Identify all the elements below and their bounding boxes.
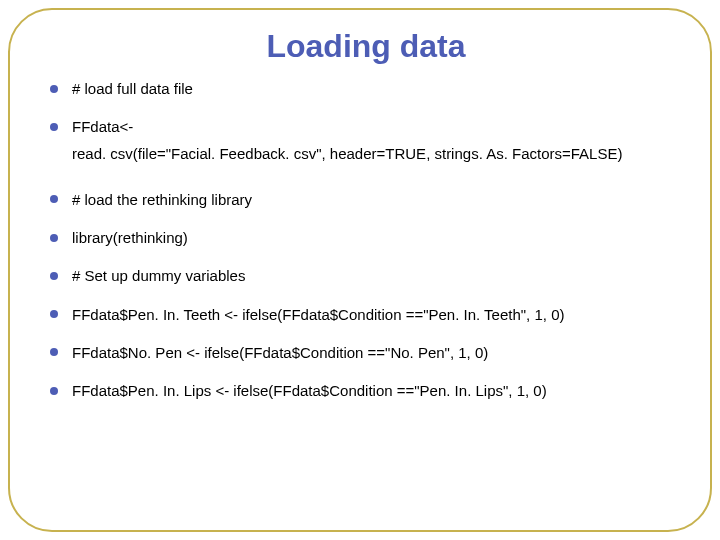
bullet-text: library(rethinking)	[72, 229, 188, 246]
slide: Loading data # load full data file FFdat…	[0, 0, 720, 540]
bullet-text: # Set up dummy variables	[72, 267, 245, 284]
bullet-subtext: read. csv(file="Facial. Feedback. csv", …	[72, 144, 682, 164]
list-item: FFdata$Pen. In. Lips <- ifelse(FFdata$Co…	[50, 381, 682, 401]
slide-frame: Loading data # load full data file FFdat…	[8, 8, 712, 532]
bullet-text: FFdata$No. Pen <- ifelse(FFdata$Conditio…	[72, 344, 488, 361]
spacer	[50, 182, 682, 190]
bullet-text: FFdata$Pen. In. Lips <- ifelse(FFdata$Co…	[72, 382, 547, 399]
list-item: library(rethinking)	[50, 228, 682, 248]
bullet-text: FFdata<-	[72, 118, 133, 135]
list-item: # Set up dummy variables	[50, 266, 682, 286]
list-item: FFdata$Pen. In. Teeth <- ifelse(FFdata$C…	[50, 305, 682, 325]
list-item: # load the rethinking library	[50, 190, 682, 210]
bullet-text: FFdata$Pen. In. Teeth <- ifelse(FFdata$C…	[72, 306, 564, 323]
list-item: FFdata$No. Pen <- ifelse(FFdata$Conditio…	[50, 343, 682, 363]
list-item: FFdata<- read. csv(file="Facial. Feedbac…	[50, 117, 682, 164]
bullet-list: # load full data file FFdata<- read. csv…	[50, 79, 682, 401]
bullet-text: # load full data file	[72, 80, 193, 97]
slide-title: Loading data	[50, 28, 682, 65]
bullet-text: # load the rethinking library	[72, 191, 252, 208]
list-item: # load full data file	[50, 79, 682, 99]
